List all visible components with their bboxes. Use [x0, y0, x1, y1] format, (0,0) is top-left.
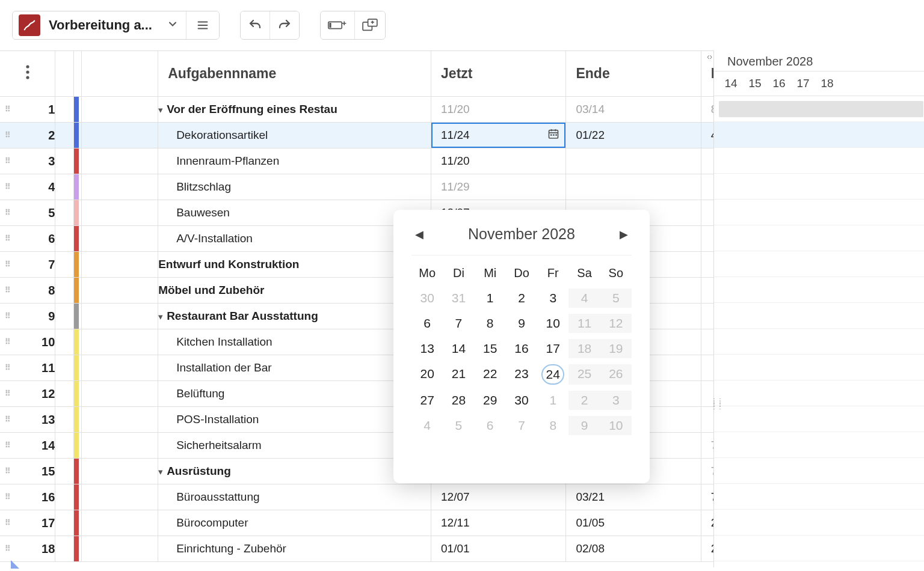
datepicker-next-button[interactable]: ▶ — [620, 228, 628, 241]
gantt-nav-icon[interactable]: ‹ › — [707, 52, 711, 61]
task-name-cell[interactable]: A/V-Installation — [158, 226, 431, 252]
row-number-cell[interactable]: ⠿13 — [0, 407, 55, 433]
drag-handle-icon[interactable]: ⠿ — [5, 495, 11, 499]
datepicker-day[interactable]: 4 — [568, 289, 600, 308]
drag-handle-icon[interactable]: ⠿ — [5, 340, 11, 344]
row-number-cell[interactable]: ⠿14 — [0, 433, 55, 459]
datepicker-day[interactable]: 5 — [443, 416, 474, 435]
drag-handle-icon[interactable]: ⠿ — [5, 185, 11, 189]
datepicker-day[interactable]: 10 — [537, 314, 568, 333]
datepicker-day[interactable]: 15 — [475, 339, 506, 358]
datepicker-day[interactable]: 30 — [506, 391, 537, 410]
datepicker-day[interactable]: 20 — [411, 364, 443, 385]
drag-handle-icon[interactable]: ⠿ — [5, 289, 11, 292]
redo-button[interactable] — [270, 11, 299, 39]
datepicker-day[interactable]: 14 — [443, 339, 474, 358]
datepicker-day[interactable]: 8 — [537, 416, 568, 435]
row-number-cell[interactable]: ⠿6 — [0, 226, 55, 252]
column-header-start[interactable]: Jetzt — [431, 51, 566, 97]
end-date-cell[interactable]: 03/21 — [566, 484, 701, 510]
datepicker-day[interactable]: 2 — [506, 289, 537, 308]
row-menu-header[interactable] — [0, 51, 55, 97]
end-date-cell[interactable]: 03/14 — [566, 97, 701, 123]
task-name-cell[interactable]: Blitzschlag — [158, 174, 431, 200]
task-name-cell[interactable]: Sicherheitsalarm — [158, 433, 431, 459]
datepicker-day[interactable]: 7 — [443, 314, 474, 333]
sheet-selector[interactable]: Vorbereitung a... — [13, 11, 186, 39]
task-name-cell[interactable]: ▾Restaurant Bar Ausstattung — [158, 304, 431, 329]
task-name-cell[interactable]: Dekorationsartikel — [158, 123, 431, 148]
datepicker-day[interactable]: 8 — [475, 314, 506, 333]
start-date-cell[interactable]: 11/24 — [431, 123, 566, 148]
datepicker-day[interactable]: 31 — [443, 289, 474, 308]
row-number-cell[interactable]: ⠿10 — [0, 329, 55, 355]
expand-cell[interactable] — [55, 459, 74, 484]
drag-handle-icon[interactable]: ⠿ — [5, 469, 11, 473]
row-number-cell[interactable]: ⠿12 — [0, 381, 55, 407]
row-number-cell[interactable]: ⠿15 — [0, 459, 55, 484]
datepicker-day[interactable]: 5 — [600, 289, 632, 308]
drag-handle-icon[interactable]: ⠿ — [5, 521, 11, 525]
column-header-task[interactable]: Aufgabennname — [158, 51, 431, 97]
drag-handle-icon[interactable]: ⠿ — [5, 263, 11, 266]
datepicker-prev-button[interactable]: ◀ — [415, 228, 424, 241]
datepicker-day[interactable]: 6 — [475, 416, 506, 435]
row-number-cell[interactable]: ⠿16 — [0, 484, 55, 510]
collapse-icon[interactable]: ▾ — [158, 466, 163, 477]
end-date-cell[interactable] — [566, 174, 701, 200]
datepicker-day[interactable]: 11 — [568, 314, 600, 333]
drag-handle-icon[interactable]: ⠿ — [5, 444, 11, 447]
datepicker-day[interactable]: 4 — [411, 416, 443, 435]
column-header-end[interactable]: Ende — [566, 51, 701, 97]
gantt-bar[interactable] — [719, 101, 923, 117]
row-number-cell[interactable]: ⠿2 — [0, 123, 55, 148]
task-name-cell[interactable]: Kitchen Installation — [158, 329, 431, 355]
drag-handle-icon[interactable]: ⠿ — [5, 237, 11, 240]
end-date-cell[interactable]: 02/08 — [566, 536, 701, 562]
task-name-cell[interactable]: ▾Vor der Eröffnung eines Restau — [158, 97, 431, 123]
insert-widget-button[interactable] — [354, 11, 385, 39]
datepicker-day[interactable]: 16 — [506, 339, 537, 358]
datepicker-day[interactable]: 9 — [506, 314, 537, 333]
task-name-cell[interactable]: Innenraum-Pflanzen — [158, 148, 431, 174]
datepicker-day[interactable]: 3 — [537, 289, 568, 308]
task-name-cell[interactable]: POS-Installation — [158, 407, 431, 433]
task-name-cell[interactable]: Einrichtung - Zubehör — [158, 536, 431, 562]
datepicker-day[interactable]: 21 — [443, 364, 474, 385]
insert-field-button[interactable] — [321, 11, 354, 39]
start-date-cell[interactable]: 11/20 — [431, 97, 566, 123]
row-number-cell[interactable]: ⠿4 — [0, 174, 55, 200]
drag-handle-icon[interactable]: ⠿ — [5, 392, 11, 395]
task-name-cell[interactable]: Installation der Bar — [158, 355, 431, 381]
row-number-cell[interactable]: ⠿17 — [0, 510, 55, 536]
undo-button[interactable] — [241, 11, 270, 39]
row-number-cell[interactable]: ⠿7 — [0, 252, 55, 278]
start-date-cell[interactable]: 12/11 — [431, 510, 566, 536]
drag-handle-icon[interactable]: ⠿ — [5, 108, 11, 111]
task-name-cell[interactable]: ▾Ausrüstung — [158, 459, 431, 484]
drag-handle-icon[interactable]: ⠿ — [5, 133, 11, 137]
task-name-cell[interactable]: Entwurf und Konstruktion — [158, 252, 431, 278]
datepicker-day[interactable]: 2 — [568, 391, 600, 410]
datepicker-day[interactable]: 9 — [568, 416, 600, 435]
start-date-cell[interactable]: 12/07 — [431, 484, 566, 510]
datepicker-day[interactable]: 1 — [537, 391, 568, 410]
datepicker-day[interactable]: 7 — [506, 416, 537, 435]
splitter-handle-icon[interactable]: ⋮⋮⋮⋮⋮⋮ — [711, 399, 717, 414]
row-number-cell[interactable]: ⠿9 — [0, 304, 55, 329]
datepicker-day[interactable]: 30 — [411, 289, 443, 308]
datepicker-day[interactable]: 12 — [600, 314, 632, 333]
datepicker-day[interactable]: 27 — [411, 391, 443, 410]
end-date-cell[interactable]: 01/05 — [566, 510, 701, 536]
drag-handle-icon[interactable]: ⠿ — [5, 314, 11, 318]
expand-cell[interactable] — [55, 304, 74, 329]
calendar-icon[interactable] — [547, 128, 559, 143]
datepicker-day[interactable]: 29 — [475, 391, 506, 410]
datepicker-day[interactable]: 10 — [600, 416, 632, 435]
datepicker-day[interactable]: 3 — [600, 391, 632, 410]
datepicker-day[interactable]: 1 — [475, 289, 506, 308]
task-name-cell[interactable]: Bürocomputer — [158, 510, 431, 536]
datepicker-day[interactable]: 18 — [568, 339, 600, 358]
row-number-cell[interactable]: ⠿18 — [0, 536, 55, 562]
task-name-cell[interactable]: Büroausstattung — [158, 484, 431, 510]
